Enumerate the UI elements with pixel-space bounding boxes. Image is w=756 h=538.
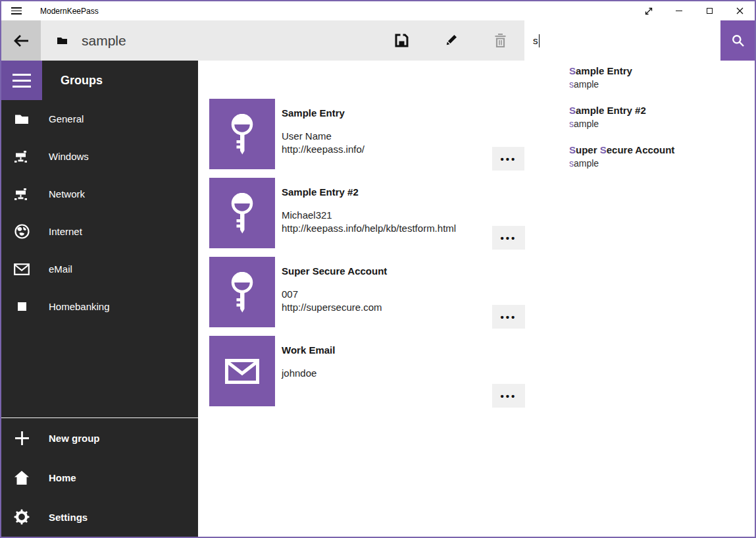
entry-title: Sample Entry #2 (282, 186, 456, 198)
sidebar: Groups General (1, 61, 198, 537)
delete-trash-icon (494, 34, 507, 47)
entry-url: http://keepass.info/ (282, 143, 365, 156)
sidebar-item-internet[interactable]: Internet (1, 213, 198, 250)
highlighted-text: S (569, 65, 576, 76)
entry-tile (209, 257, 275, 327)
home-icon (1, 471, 42, 485)
sidebar-item-label: Homebanking (49, 301, 110, 312)
sidebar-item-windows[interactable]: Windows (1, 138, 198, 175)
maximize-icon (707, 8, 713, 14)
sidebar-item-homebanking[interactable]: Homebanking (1, 288, 198, 325)
database-name: sample (82, 33, 126, 49)
entry-title: Super Secure Account (282, 265, 387, 277)
search-button[interactable] (720, 20, 755, 61)
key-icon (227, 272, 257, 313)
sidebar-item-label: General (49, 113, 84, 124)
window-title: ModernKeePass (40, 7, 99, 16)
fullscreen-button[interactable] (634, 1, 664, 20)
entry-username: johndoe (282, 367, 335, 380)
close-button[interactable] (724, 1, 755, 20)
expand-icon (645, 7, 653, 15)
key-icon (227, 114, 257, 155)
delete-button[interactable] (484, 20, 516, 61)
highlighted-text: S (600, 144, 607, 155)
sidebar-item-new-group[interactable]: New group (1, 418, 198, 458)
entry-tile (209, 178, 275, 248)
sidebar-item-label: Network (49, 188, 85, 200)
sidebar-item-label: New group (49, 433, 100, 444)
suggestion-subtitle-text: ample (574, 158, 599, 169)
text-caret (539, 34, 540, 47)
minimize-button[interactable] (664, 1, 694, 20)
titlebar-menu-button[interactable] (1, 1, 32, 20)
sidebar-item-email[interactable]: eMail (1, 250, 198, 288)
save-button[interactable] (386, 20, 417, 61)
sidebar-item-label: Windows (49, 151, 89, 162)
highlighted-text: s (569, 79, 574, 90)
suggestion-title-text: ample Entry #2 (576, 105, 646, 116)
search-input[interactable]: s (524, 20, 720, 61)
envelope-icon (1, 263, 42, 275)
app-bar: sample (1, 20, 755, 61)
entry-row-work-email[interactable]: Work Email johndoe ••• (209, 336, 525, 406)
sidebar-item-label: Internet (49, 226, 82, 237)
entry-username: 007 (282, 288, 387, 301)
suggestion-title-text: ample Entry (576, 65, 632, 76)
sidebar-header: Groups (1, 61, 198, 100)
suggestion-sample-entry[interactable]: Sample Entry sample (524, 65, 755, 104)
sidebar-item-label: eMail (49, 263, 72, 275)
mail-icon (225, 359, 259, 384)
back-arrow-icon (13, 34, 30, 48)
key-icon (227, 193, 257, 234)
entry-more-button[interactable]: ••• (492, 384, 525, 408)
square-icon (1, 302, 42, 311)
network-icon (1, 188, 42, 201)
entry-row-sample-entry[interactable]: Sample Entry User Name http://keepass.in… (209, 99, 525, 169)
sidebar-item-home[interactable]: Home (1, 458, 198, 497)
search-query-text: s (533, 35, 538, 46)
entry-row-super-secure-account[interactable]: Super Secure Account 007 http://supersec… (209, 257, 525, 327)
suggestion-sample-entry-2[interactable]: Sample Entry #2 sample (524, 104, 755, 144)
nav-menu-button[interactable] (1, 61, 42, 100)
entry-more-button[interactable]: ••• (492, 226, 525, 250)
suggestion-subtitle-text: ample (574, 119, 599, 129)
globe-icon (1, 224, 42, 239)
highlighted-text: s (569, 158, 574, 169)
edit-button[interactable] (435, 20, 466, 61)
gear-icon (1, 509, 42, 525)
back-button[interactable] (1, 20, 41, 61)
entry-url: http://keepass.info/help/kb/testform.htm… (282, 222, 456, 235)
maximize-button[interactable] (694, 1, 724, 20)
close-icon (736, 7, 743, 14)
folder-icon (57, 36, 68, 45)
search-area: s (524, 20, 755, 61)
groups-heading: Groups (61, 74, 103, 88)
highlighted-text: S (569, 105, 576, 116)
save-icon (395, 34, 409, 47)
window-controls (634, 1, 755, 20)
entry-title: Work Email (282, 344, 335, 356)
highlighted-text: S (569, 144, 576, 155)
entry-more-button[interactable]: ••• (492, 147, 525, 171)
appbar-content: sample (41, 20, 524, 61)
title-bar: ModernKeePass (1, 1, 755, 20)
sidebar-item-label: Settings (49, 512, 88, 523)
sidebar-item-label: Home (49, 472, 76, 483)
entry-tile (209, 336, 275, 406)
edit-pencil-icon (444, 34, 458, 47)
suggestion-title-text: ecure Account (607, 144, 675, 155)
entry-title: Sample Entry (282, 107, 365, 119)
plus-icon (1, 430, 42, 446)
folder-icon (1, 113, 42, 124)
search-suggestions-dropdown: Sample Entry sample Sample Entry #2 samp… (524, 61, 755, 180)
highlighted-text: s (569, 119, 574, 129)
entry-username: Michael321 (282, 209, 456, 222)
magnifier-icon (731, 34, 745, 47)
entry-more-button[interactable]: ••• (492, 305, 525, 329)
suggestion-super-secure-account[interactable]: Super Secure Account sample (524, 144, 755, 183)
entry-username: User Name (282, 130, 365, 143)
entry-row-sample-entry-2[interactable]: Sample Entry #2 Michael321 http://keepas… (209, 178, 525, 248)
sidebar-item-network[interactable]: Network (1, 175, 198, 213)
sidebar-item-settings[interactable]: Settings (1, 497, 198, 537)
sidebar-item-general[interactable]: General (1, 100, 198, 138)
